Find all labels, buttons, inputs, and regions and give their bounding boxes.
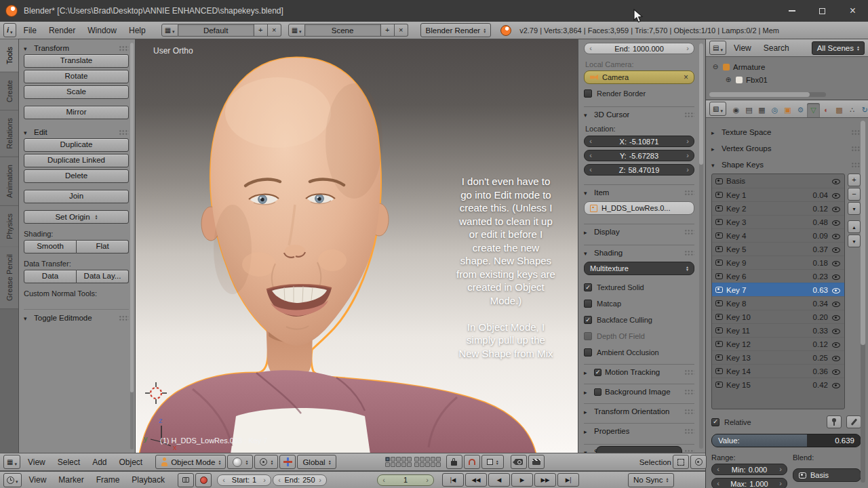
tool-button[interactable]: Delete [24, 169, 129, 183]
panel-grip-icon[interactable] [684, 229, 694, 235]
panel-header-edit[interactable]: Edit [24, 128, 129, 136]
collapsed-panel-header[interactable]: Transform Orientation [584, 403, 694, 415]
properties-tab[interactable]: ↻ [859, 103, 868, 117]
checkbox[interactable] [584, 332, 592, 340]
panel-header-texture-space[interactable]: Texture Space [711, 126, 861, 138]
current-frame-field[interactable]: 1 [377, 474, 434, 486]
layer-cell[interactable] [407, 457, 412, 462]
panel-grip-icon[interactable] [684, 112, 694, 118]
move-shape-key-up-button[interactable] [848, 220, 861, 233]
render-engine-select[interactable]: Blender Render [420, 23, 492, 37]
display-mode-select[interactable]: All Scenes [812, 41, 865, 55]
shape-key-pin-button[interactable] [827, 415, 842, 428]
center-points-toggle[interactable] [690, 455, 707, 469]
layer-cell[interactable] [420, 462, 425, 467]
shape-key-row[interactable]: Key 12 0.12 [712, 337, 844, 350]
layer-cell[interactable] [407, 462, 412, 467]
auto-keyframe-toggle[interactable] [195, 473, 212, 487]
panel-header-shape-keys[interactable]: Shape Keys [711, 159, 861, 171]
increment-arrow-icon[interactable] [778, 480, 783, 487]
mirror-button[interactable]: Mirror [24, 106, 129, 119]
join-button[interactable]: Join [24, 190, 129, 203]
add-scene-button[interactable] [381, 24, 395, 37]
snap-element-select[interactable] [481, 455, 504, 469]
location-field[interactable]: Y:-5.67283 [584, 150, 694, 161]
shape-key-row[interactable]: Key 2 0.12 [712, 201, 844, 215]
layer-cell[interactable] [401, 462, 406, 467]
panel-grip-icon[interactable] [684, 389, 694, 395]
decrement-arrow-icon[interactable] [715, 466, 721, 473]
layer-cell[interactable] [414, 457, 419, 462]
start-display-button[interactable] [596, 446, 682, 453]
menu[interactable]: Select [52, 454, 86, 470]
smooth-button[interactable]: Smooth [24, 240, 77, 253]
layer-cell[interactable] [396, 457, 401, 462]
properties-tab[interactable]: ▽ [807, 103, 820, 117]
shape-key-row[interactable]: Key 3 0.48 [712, 215, 844, 228]
layer-cell[interactable] [396, 462, 401, 467]
panel-grip-icon[interactable] [851, 162, 861, 168]
panel-grip-icon[interactable] [119, 129, 129, 136]
panel-header-display[interactable]: Display [584, 224, 694, 236]
shape-key-row[interactable]: Key 8 0.34 [712, 296, 844, 310]
increment-arrow-icon[interactable] [778, 466, 783, 473]
decrement-arrow-icon[interactable] [277, 476, 282, 484]
expand-icon[interactable]: ⊕ [724, 76, 732, 83]
visibility-eye-icon[interactable] [831, 272, 841, 281]
item-name-field[interactable]: H_DDS_LowRes.0... [584, 201, 694, 215]
viewport-shading-select[interactable] [227, 455, 253, 469]
menu[interactable]: Add [86, 454, 113, 470]
toolshelf-tab[interactable]: Grease Pencil [0, 247, 18, 309]
menu[interactable]: Search [757, 40, 795, 56]
render-border-checkbox[interactable] [584, 89, 592, 98]
toolshelf-tab[interactable]: Tools [0, 39, 18, 73]
visibility-eye-icon[interactable] [831, 204, 841, 213]
menu[interactable]: Object [113, 454, 149, 470]
properties-tab[interactable]: ▤ [743, 103, 755, 117]
browse-layouts-button[interactable] [161, 24, 178, 37]
layer-cell[interactable] [401, 457, 406, 462]
increment-arrow-icon[interactable] [425, 476, 430, 484]
properties-tab[interactable]: ▦ [755, 103, 768, 117]
checkbox[interactable] [584, 348, 592, 357]
snap-toggle[interactable] [464, 455, 480, 469]
menu[interactable]: Frame [90, 472, 126, 488]
layer-cell[interactable] [414, 462, 419, 467]
decrement-arrow-icon[interactable] [715, 480, 721, 487]
menu[interactable]: View [22, 454, 52, 470]
visibility-eye-icon[interactable] [831, 285, 841, 294]
decrement-arrow-icon[interactable] [588, 166, 593, 174]
location-field[interactable]: Z:58.47019 [584, 164, 694, 176]
tool-button[interactable]: Scale [24, 85, 129, 99]
increment-arrow-icon[interactable] [685, 166, 690, 174]
properties-tab[interactable]: ⚙ [794, 103, 807, 117]
decrement-arrow-icon[interactable] [588, 152, 593, 159]
data-layout-button[interactable]: Data Lay... [77, 270, 129, 283]
visibility-eye-icon[interactable] [831, 218, 841, 226]
shape-key-specials-button[interactable] [848, 202, 861, 215]
frame-end-field[interactable]: End:250 [273, 474, 327, 486]
layers-widget[interactable] [385, 457, 441, 467]
decrement-arrow-icon[interactable] [381, 476, 387, 484]
editor-type-button-3d-view[interactable] [3, 455, 20, 469]
menu[interactable]: Playback [125, 472, 171, 488]
panel-grip-icon[interactable] [684, 428, 694, 434]
layer-cell[interactable] [431, 457, 435, 462]
decrement-arrow-icon[interactable] [588, 138, 593, 145]
layer-cell[interactable] [391, 457, 395, 462]
shading-mode-select[interactable]: Multitexture [584, 262, 694, 275]
playback-button[interactable]: ◀◀ [465, 473, 487, 487]
shape-key-row[interactable]: Key 9 0.18 [712, 256, 844, 269]
panel-grip-icon[interactable] [684, 250, 694, 256]
playback-button[interactable]: ▶| [557, 473, 579, 487]
visibility-eye-icon[interactable] [831, 380, 841, 389]
mode-select[interactable]: Object Mode [155, 455, 226, 469]
editor-type-button-info[interactable] [3, 23, 16, 37]
increment-arrow-icon[interactable] [685, 138, 690, 145]
layer-cell[interactable] [425, 462, 430, 467]
properties-tab[interactable]: ◎ [768, 103, 781, 117]
clear-icon[interactable] [684, 73, 688, 82]
toolshelf-tab[interactable]: Relations [0, 110, 18, 157]
visibility-eye-icon[interactable] [831, 231, 841, 240]
tool-button[interactable]: Translate [24, 54, 129, 68]
